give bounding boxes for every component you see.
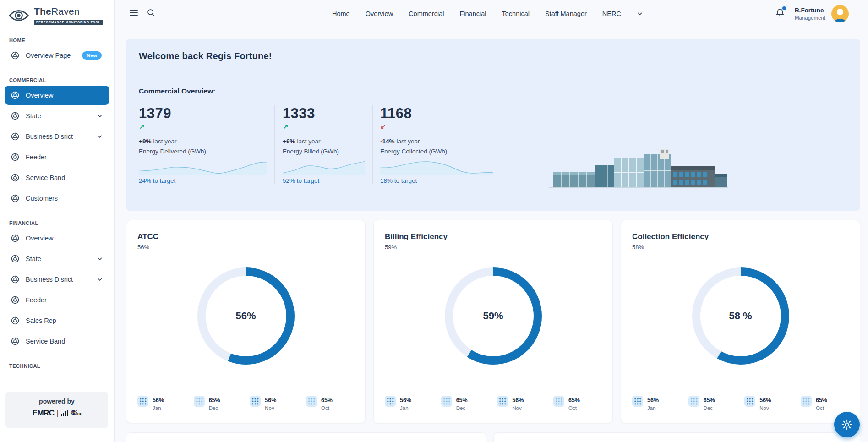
user-name: R.Fortune — [795, 7, 825, 14]
stat-change: -14%last year — [380, 138, 493, 145]
dot-grid-icon — [250, 396, 261, 407]
trend-down-icon: ↙ — [380, 123, 493, 131]
stat-value: 1333 — [283, 105, 365, 122]
brand-tagline: PERFORMANCE MONITORING TOOL — [34, 20, 103, 25]
dot-grid-icon — [632, 396, 643, 407]
partial-card — [126, 432, 486, 442]
nav-technical[interactable]: Technical — [502, 10, 530, 17]
search-icon[interactable] — [147, 8, 156, 17]
sidebar-item-label: Overview — [26, 235, 53, 242]
sidebar-item-commercial-overview[interactable]: Overview — [5, 86, 109, 105]
commercial-overview-title: Commercial Overview: — [139, 87, 847, 95]
nav-financial[interactable]: Financial — [459, 10, 486, 17]
sidebar-item-commercial-business-district[interactable]: Business Disrict — [5, 127, 109, 146]
aperture-icon — [11, 295, 20, 305]
legend-item: 56%Nov — [250, 396, 298, 411]
divider — [274, 105, 275, 184]
new-badge: New — [82, 51, 102, 60]
stat-energy-collected: 1168 ↙ -14%last year Energy Collected (G… — [380, 105, 493, 184]
notifications-bell-icon[interactable] — [775, 8, 785, 20]
brand-name: TheRaven — [34, 6, 103, 17]
divider — [372, 105, 373, 184]
aperture-icon — [11, 254, 20, 263]
stat-label: Energy Collected (GWh) — [380, 148, 493, 155]
legend-item: 65%Dec — [688, 396, 737, 411]
dot-grid-icon — [441, 396, 452, 407]
sidebar-item-label: Feeder — [26, 153, 47, 161]
chevron-down-icon[interactable] — [97, 277, 103, 282]
donut-chart: 58 % — [688, 264, 793, 368]
legend-item: 65%Dec — [441, 396, 489, 411]
aperture-icon — [11, 173, 20, 182]
aperture-icon — [11, 51, 20, 60]
nav-dropdown-chevron-icon[interactable] — [637, 11, 643, 17]
aperture-icon — [11, 132, 20, 141]
sidebar-section-commercial: COMMERCIAL — [9, 77, 114, 83]
stat-target: 24% to target — [139, 177, 267, 184]
dot-grid-icon — [744, 396, 755, 407]
chevron-down-icon[interactable] — [97, 256, 103, 262]
nav-commercial[interactable]: Commercial — [409, 10, 444, 17]
donut-chart: 59% — [441, 264, 546, 368]
legend: 56%Jan 65%Dec 56%Nov 65%Oct — [137, 396, 354, 411]
nav-staff-manager[interactable]: Staff Manager — [545, 10, 587, 17]
legend-item: 65%Oct — [306, 396, 354, 411]
sidebar-item-commercial-state[interactable]: State — [5, 106, 109, 126]
sparkline-chart — [283, 159, 365, 175]
aperture-icon — [11, 234, 20, 243]
sidebar-item-label: State — [26, 255, 41, 262]
user-role: Management — [795, 15, 825, 21]
partial-card — [493, 432, 860, 442]
sidebar-section-home: HOME — [9, 38, 114, 43]
dot-grid-icon — [137, 396, 148, 407]
card-subtitle: 58% — [632, 244, 849, 251]
sidebar-item-financial-business-district[interactable]: Business Disrict — [5, 270, 109, 289]
user-cluster: R.Fortune Management — [775, 0, 849, 27]
chevron-down-icon[interactable] — [97, 134, 103, 139]
sidebar-item-financial-feeder[interactable]: Feeder — [5, 290, 109, 310]
top-bar: Home Overview Commercial Financial Techn… — [115, 0, 868, 27]
avatar[interactable] — [831, 5, 849, 22]
sidebar-item-financial-service-band[interactable]: Service Band — [5, 332, 109, 351]
top-navigation: Home Overview Commercial Financial Techn… — [332, 0, 643, 27]
chevron-down-icon[interactable] — [97, 113, 103, 119]
card-title: Collection Efficiency — [632, 232, 849, 241]
stat-label: Energy Delivered (GWh) — [139, 148, 267, 155]
sidebar-item-label: Sales Rep — [26, 317, 56, 324]
legend-item: 65%Oct — [801, 396, 849, 411]
stat-energy-billed: 1333 ↗ +6%last year Energy Billed (GWh) … — [283, 105, 365, 184]
sidebar-item-financial-overview[interactable]: Overview — [5, 229, 109, 248]
legend-item: 56%Jan — [385, 396, 433, 411]
stat-label: Energy Billed (GWh) — [283, 148, 365, 155]
card-collection-efficiency: Collection Efficiency 58% 58 % 56%Jan 65… — [621, 220, 860, 423]
emrc-logo: EMRC | MRCGROUP — [5, 409, 108, 418]
sidebar-item-financial-sales-rep[interactable]: Sales Rep — [5, 311, 109, 330]
donut-center-label: 56% — [194, 264, 298, 368]
nav-home[interactable]: Home — [332, 10, 350, 17]
donut-chart: 56% — [194, 264, 298, 368]
sidebar-item-commercial-service-band[interactable]: Service Band — [5, 168, 109, 187]
legend-item: 56%Jan — [137, 396, 186, 411]
settings-button[interactable] — [834, 412, 860, 437]
stat-change: +9%last year — [139, 138, 267, 145]
card-subtitle: 59% — [385, 244, 601, 251]
sidebar-item-financial-state[interactable]: State — [5, 249, 109, 268]
legend-item: 56%Nov — [497, 396, 545, 411]
eye-logo-icon — [8, 10, 29, 22]
aperture-icon — [11, 91, 20, 100]
dot-grid-icon — [194, 396, 205, 407]
dot-grid-icon — [385, 396, 396, 407]
nav-nerc[interactable]: NERC — [602, 10, 621, 17]
sidebar-item-commercial-feeder[interactable]: Feeder — [5, 147, 109, 167]
legend: 56%Jan 65%Dec 56%Nov 65%Oct — [385, 396, 601, 411]
card-billing-efficiency: Billing Efficiency 59% 59% 56%Jan 65%Dec… — [373, 220, 613, 423]
sidebar-item-commercial-customers[interactable]: Customers — [5, 189, 109, 208]
nav-overview[interactable]: Overview — [366, 10, 393, 17]
user-info[interactable]: R.Fortune Management — [795, 7, 825, 21]
stat-value: 1379 — [139, 105, 267, 122]
menu-icon[interactable] — [130, 10, 138, 18]
trend-up-icon: ↗ — [283, 123, 365, 131]
card-title: ATCC — [137, 232, 354, 241]
sidebar-item-overview-page[interactable]: Overview Page New — [5, 46, 109, 65]
dot-grid-icon — [801, 396, 812, 407]
